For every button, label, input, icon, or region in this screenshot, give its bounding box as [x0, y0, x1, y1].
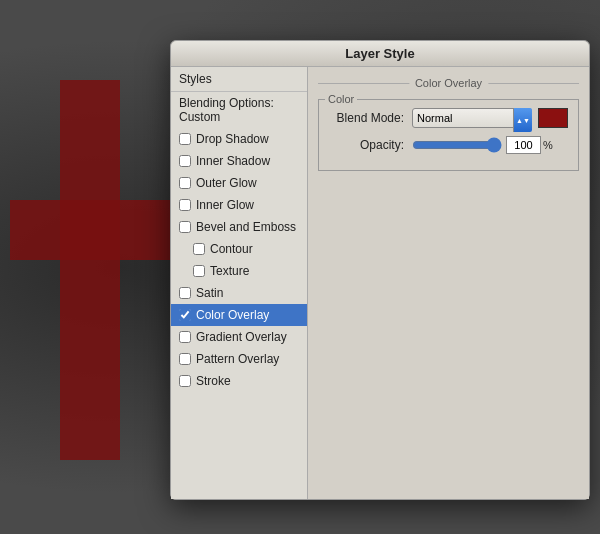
checkbox-gradient-overlay[interactable]: [179, 331, 191, 343]
menu-item-gradient-overlay[interactable]: Gradient Overlay: [171, 326, 307, 348]
left-panel: Styles Blending Options: Custom Drop Sha…: [171, 67, 308, 499]
blend-mode-select-wrapper: NormalDissolveMultiplyScreenOverlay: [412, 108, 532, 128]
menu-items-container: Drop ShadowInner ShadowOuter GlowInner G…: [171, 128, 307, 392]
percent-label: %: [543, 139, 553, 151]
opacity-label: Opacity:: [329, 138, 404, 152]
checkbox-drop-shadow[interactable]: [179, 133, 191, 145]
styles-header[interactable]: Styles: [171, 67, 307, 92]
opacity-slider[interactable]: [412, 138, 502, 152]
menu-item-texture[interactable]: Texture: [171, 260, 307, 282]
dialog-titlebar: Layer Style: [171, 41, 589, 67]
color-swatch[interactable]: [538, 108, 568, 128]
layer-style-dialog: Layer Style Styles Blending Options: Cus…: [170, 40, 590, 500]
menu-item-stroke[interactable]: Stroke: [171, 370, 307, 392]
blending-options-item[interactable]: Blending Options: Custom: [171, 92, 307, 128]
checkbox-stroke[interactable]: [179, 375, 191, 387]
checkbox-outer-glow[interactable]: [179, 177, 191, 189]
dialog-title: Layer Style: [345, 46, 414, 61]
menu-item-drop-shadow[interactable]: Drop Shadow: [171, 128, 307, 150]
opacity-input[interactable]: [506, 136, 541, 154]
cross-vertical: [60, 80, 120, 460]
cross-horizontal: [10, 200, 170, 260]
menu-item-pattern-overlay[interactable]: Pattern Overlay: [171, 348, 307, 370]
color-section: Color Blend Mode: NormalDissolveMultiply…: [318, 99, 579, 171]
dialog-body: Styles Blending Options: Custom Drop Sha…: [171, 67, 589, 499]
checkbox-texture[interactable]: [193, 265, 205, 277]
menu-item-inner-shadow[interactable]: Inner Shadow: [171, 150, 307, 172]
blend-mode-label: Blend Mode:: [329, 111, 404, 125]
menu-item-inner-glow[interactable]: Inner Glow: [171, 194, 307, 216]
checkbox-pattern-overlay[interactable]: [179, 353, 191, 365]
checkbox-inner-glow[interactable]: [179, 199, 191, 211]
color-section-label: Color: [325, 93, 357, 105]
checkbox-inner-shadow[interactable]: [179, 155, 191, 167]
red-cross: [10, 80, 170, 460]
checkbox-bevel-emboss[interactable]: [179, 221, 191, 233]
opacity-row: Opacity: %: [329, 136, 568, 154]
color-overlay-section-label: Color Overlay: [409, 77, 488, 89]
menu-item-satin[interactable]: Satin: [171, 282, 307, 304]
blend-mode-row: Blend Mode: NormalDissolveMultiplyScreen…: [329, 108, 568, 128]
blend-mode-select[interactable]: NormalDissolveMultiplyScreenOverlay: [412, 108, 532, 128]
checkbox-satin[interactable]: [179, 287, 191, 299]
right-panel: Color Overlay Color Blend Mode: NormalDi…: [308, 67, 589, 499]
menu-item-bevel-emboss[interactable]: Bevel and Emboss: [171, 216, 307, 238]
checkbox-contour[interactable]: [193, 243, 205, 255]
menu-item-color-overlay[interactable]: Color Overlay: [171, 304, 307, 326]
menu-item-contour[interactable]: Contour: [171, 238, 307, 260]
checkbox-color-overlay[interactable]: [179, 309, 191, 321]
menu-item-outer-glow[interactable]: Outer Glow: [171, 172, 307, 194]
